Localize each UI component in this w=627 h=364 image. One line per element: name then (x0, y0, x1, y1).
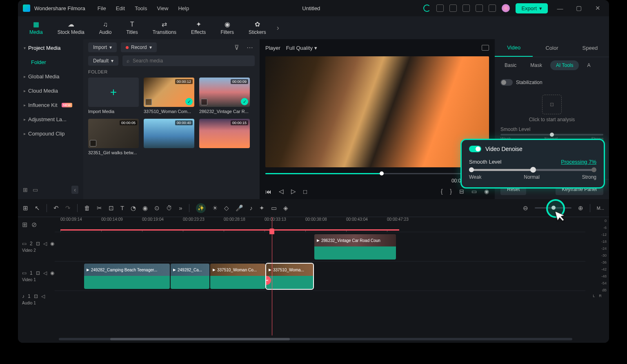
tab-titles[interactable]: TTitles (119, 21, 145, 35)
sidebar-project-media[interactable]: ▾Project Media (18, 41, 83, 55)
import-media-card[interactable]: + Import Media (88, 78, 139, 114)
track-head-video2[interactable]: ▭2⊡◁◉ Video 2 (18, 232, 55, 261)
avatar[interactable] (502, 4, 510, 12)
tab-stock-media[interactable]: ☁Stock Media (50, 21, 92, 35)
play-reverse-icon[interactable]: ◁ (279, 188, 284, 195)
tab-filters[interactable]: ◉Filters (213, 21, 241, 35)
menu-view[interactable]: View (157, 5, 168, 11)
play-icon[interactable]: ▷ (291, 188, 296, 195)
cut-icon[interactable]: ✂ (97, 204, 102, 212)
search-input[interactable]: ⌕ (122, 55, 255, 66)
bracket-close-icon[interactable]: } (450, 188, 452, 195)
text-icon[interactable]: T (120, 204, 124, 211)
smooth-slider[interactable] (500, 134, 603, 135)
light-icon[interactable]: ✦ (259, 204, 265, 212)
maximize-button[interactable]: ▢ (572, 4, 585, 12)
redo-icon[interactable]: ↷ (65, 204, 71, 212)
link-icon[interactable]: ⊘ (31, 221, 37, 229)
clip[interactable]: ▶249282_Camping Beach Teenager... (84, 264, 170, 289)
mute-icon[interactable]: ◁ (41, 293, 45, 299)
minimize-button[interactable]: — (554, 5, 567, 12)
mute-icon[interactable]: ◁ (43, 270, 47, 276)
tabs-more-icon[interactable]: › (277, 24, 279, 32)
grid-icon[interactable] (489, 4, 496, 12)
track-audio1[interactable] (55, 291, 585, 308)
folder-icon[interactable]: ▭ (33, 186, 38, 193)
sidebar-compound-clip[interactable]: ▸Compound Clip (18, 127, 83, 141)
layout-icon[interactable] (436, 4, 444, 12)
lock-icon[interactable]: ⊡ (36, 241, 40, 246)
timer-icon[interactable]: ⏱ (166, 204, 172, 211)
speed-icon[interactable]: ◔ (131, 204, 136, 212)
props-tab-color[interactable]: Color (533, 39, 571, 57)
close-button[interactable]: ✕ (591, 4, 604, 12)
track-options-icon[interactable]: ⊞ (22, 221, 27, 229)
menu-tools[interactable]: Tools (135, 5, 147, 11)
import-button[interactable]: Import▾ (88, 42, 117, 52)
sidebar-adjustment-layers[interactable]: ▸Adjustment La... (18, 112, 83, 127)
media-item[interactable]: 00:00:09✓ 286232_Vintage Car R... (199, 78, 250, 114)
track-head-video1[interactable]: ▭1⊡◁◉ Video 1 (18, 261, 55, 291)
props-tab-video[interactable]: Video (495, 39, 533, 57)
clip[interactable]: ▶337510_Woman Co... (210, 264, 265, 289)
enhance-icon[interactable]: ☀ (212, 204, 218, 212)
bracket-open-icon[interactable]: { (441, 188, 443, 195)
media-item[interactable]: 00:00:12✓ 337510_Woman Com... (144, 78, 194, 114)
sidebar-influence-kit[interactable]: ▸Influence KitNEW (18, 98, 83, 112)
record-button[interactable]: Record▾ (121, 42, 157, 52)
collapse-sidebar-icon[interactable]: ‹ (71, 186, 78, 194)
cloud-icon[interactable] (462, 4, 470, 12)
clip-selected[interactable]: ▶337510_Woma... ✂ (266, 264, 313, 289)
lock-icon[interactable]: ⊡ (36, 270, 40, 276)
clip[interactable]: ▶286232_Vintage Car Road Coun (314, 234, 396, 260)
tab-audio[interactable]: ♫Audio (92, 21, 119, 35)
clip[interactable]: ▶249282_Ca... (171, 264, 209, 289)
screen-icon[interactable]: ▭ (271, 204, 277, 212)
ai-tool-icon[interactable]: ✨ (196, 203, 206, 213)
sort-dropdown[interactable]: Default▾ (88, 56, 118, 66)
preview-video[interactable] (265, 56, 489, 167)
record-icon[interactable]: ⊙ (154, 204, 160, 212)
timeline-ruler[interactable]: 00:00:09:14 00:00:14:09 00:00:19:04 00:0… (55, 217, 585, 232)
crop-icon[interactable]: ⊡ (109, 204, 114, 212)
sidebar-folder[interactable]: Folder (18, 55, 83, 69)
sidebar-global-media[interactable]: ▸Global Media (18, 69, 83, 84)
color-icon[interactable]: ◉ (142, 204, 148, 212)
props-tab-speed[interactable]: Speed (571, 39, 609, 57)
prev-frame-icon[interactable]: ⏮ (265, 188, 271, 195)
music-icon[interactable]: ♪ (250, 204, 253, 211)
compare-icon[interactable]: ⊟ (459, 188, 464, 195)
stop-icon[interactable]: □ (303, 188, 307, 195)
tab-media[interactable]: ▦Media (22, 21, 50, 35)
tab-stickers[interactable]: ✿Stickers (241, 21, 273, 35)
headphones-icon[interactable] (476, 4, 483, 12)
menu-edit[interactable]: Edit (116, 5, 125, 11)
undo-icon[interactable]: ↶ (53, 204, 59, 212)
subtab-mask[interactable]: Mask (525, 60, 548, 70)
sidebar-cloud-media[interactable]: ▸Cloud Media (18, 84, 83, 98)
denoise-toggle[interactable] (469, 146, 481, 152)
lock-icon[interactable]: ⊡ (34, 293, 38, 299)
track-video2[interactable]: ▶286232_Vintage Car Road Coun (55, 232, 585, 261)
track-video1[interactable]: ▶249282_Camping Beach Teenager... ▶24928… (55, 261, 585, 291)
subtab-basic[interactable]: Basic (499, 60, 522, 70)
zoom-out-icon[interactable]: ⊖ (523, 204, 528, 212)
preview-progress[interactable] (265, 171, 489, 175)
more-icon[interactable]: ⋯ (245, 44, 255, 51)
mute-icon[interactable]: ◁ (43, 241, 47, 246)
menu-file[interactable]: File (98, 5, 106, 11)
quality-dropdown[interactable]: Full Quality ▾ (286, 45, 317, 51)
save-icon[interactable] (449, 4, 457, 12)
analyze-button[interactable]: ⊡ (542, 95, 562, 114)
display-icon[interactable]: ▭ (471, 188, 477, 195)
pointer-tool-icon[interactable]: ⊞ (23, 204, 28, 212)
stabilization-toggle[interactable] (500, 79, 513, 86)
camera-icon[interactable]: ◉ (484, 188, 489, 195)
more-tools-icon[interactable]: » (179, 204, 182, 211)
progress-icon[interactable] (423, 4, 431, 12)
marker-icon[interactable]: ◇ (224, 204, 229, 212)
denoise-slider[interactable] (469, 169, 596, 171)
keyframe-icon[interactable]: ◈ (283, 204, 288, 212)
snapshot-icon[interactable] (482, 45, 489, 51)
timeline-scrollbar[interactable] (59, 338, 572, 340)
